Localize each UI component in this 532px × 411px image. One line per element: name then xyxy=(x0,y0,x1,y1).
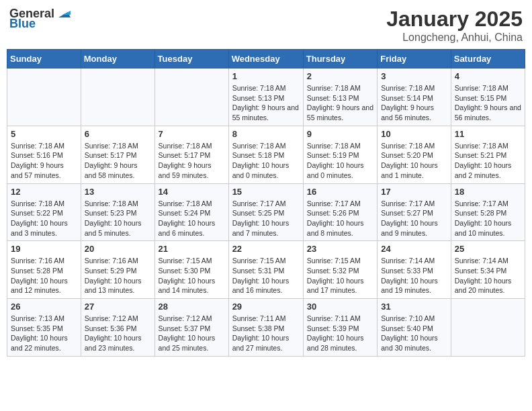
logo-blue-text: Blue xyxy=(9,17,36,31)
header-saturday: Saturday xyxy=(451,50,525,68)
header-sunday: Sunday xyxy=(7,50,81,68)
day-info: Sunrise: 7:18 AM Sunset: 5:22 PM Dayligh… xyxy=(11,199,77,238)
table-row: 22Sunrise: 7:15 AM Sunset: 5:31 PM Dayli… xyxy=(228,241,303,299)
table-row: 12Sunrise: 7:18 AM Sunset: 5:22 PM Dayli… xyxy=(7,183,81,241)
header-friday: Friday xyxy=(378,50,451,68)
day-info: Sunrise: 7:17 AM Sunset: 5:25 PM Dayligh… xyxy=(232,199,300,238)
day-number: 21 xyxy=(159,244,225,254)
table-row: 15Sunrise: 7:17 AM Sunset: 5:25 PM Dayli… xyxy=(228,183,303,241)
table-row: 20Sunrise: 7:16 AM Sunset: 5:29 PM Dayli… xyxy=(81,241,154,299)
table-row: 14Sunrise: 7:18 AM Sunset: 5:24 PM Dayli… xyxy=(154,183,228,241)
day-info: Sunrise: 7:15 AM Sunset: 5:32 PM Dayligh… xyxy=(307,256,373,295)
calendar-header-row: Sunday Monday Tuesday Wednesday Thursday… xyxy=(7,50,525,68)
table-row: 30Sunrise: 7:11 AM Sunset: 5:39 PM Dayli… xyxy=(303,299,377,357)
day-info: Sunrise: 7:18 AM Sunset: 5:20 PM Dayligh… xyxy=(381,141,447,181)
table-row: 17Sunrise: 7:17 AM Sunset: 5:27 PM Dayli… xyxy=(378,183,451,241)
day-number: 27 xyxy=(85,302,151,312)
day-number: 9 xyxy=(307,129,373,139)
day-number: 7 xyxy=(159,129,225,139)
day-number: 15 xyxy=(232,187,300,197)
day-info: Sunrise: 7:17 AM Sunset: 5:28 PM Dayligh… xyxy=(455,199,521,238)
day-number: 8 xyxy=(232,129,300,139)
day-info: Sunrise: 7:18 AM Sunset: 5:15 PM Dayligh… xyxy=(455,83,521,123)
day-info: Sunrise: 7:18 AM Sunset: 5:18 PM Dayligh… xyxy=(232,141,300,181)
day-info: Sunrise: 7:11 AM Sunset: 5:38 PM Dayligh… xyxy=(232,314,300,353)
calendar-week-row: 12Sunrise: 7:18 AM Sunset: 5:22 PM Dayli… xyxy=(7,183,525,241)
location-title: Longcheng, Anhui, China xyxy=(386,32,523,44)
page-header: General Blue January 2025 Longcheng, Anh… xyxy=(7,7,525,44)
calendar-week-row: 1Sunrise: 7:18 AM Sunset: 5:13 PM Daylig… xyxy=(7,68,525,126)
day-info: Sunrise: 7:17 AM Sunset: 5:26 PM Dayligh… xyxy=(307,199,373,238)
table-row: 19Sunrise: 7:16 AM Sunset: 5:28 PM Dayli… xyxy=(7,241,81,299)
table-row xyxy=(81,68,154,126)
day-number: 29 xyxy=(232,302,300,312)
table-row: 26Sunrise: 7:13 AM Sunset: 5:35 PM Dayli… xyxy=(7,299,81,357)
day-number: 18 xyxy=(455,187,521,197)
table-row xyxy=(154,68,228,126)
header-monday: Monday xyxy=(81,50,154,68)
day-info: Sunrise: 7:17 AM Sunset: 5:27 PM Dayligh… xyxy=(381,199,447,238)
table-row: 29Sunrise: 7:11 AM Sunset: 5:38 PM Dayli… xyxy=(228,299,303,357)
day-info: Sunrise: 7:10 AM Sunset: 5:40 PM Dayligh… xyxy=(381,314,447,353)
month-title: January 2025 xyxy=(386,7,523,32)
table-row: 1Sunrise: 7:18 AM Sunset: 5:13 PM Daylig… xyxy=(228,68,303,126)
day-info: Sunrise: 7:18 AM Sunset: 5:17 PM Dayligh… xyxy=(85,141,151,181)
table-row: 28Sunrise: 7:12 AM Sunset: 5:37 PM Dayli… xyxy=(154,299,228,357)
day-number: 13 xyxy=(85,187,151,197)
day-number: 11 xyxy=(455,129,521,139)
table-row: 9Sunrise: 7:18 AM Sunset: 5:19 PM Daylig… xyxy=(303,126,377,183)
day-number: 2 xyxy=(307,71,373,81)
table-row: 16Sunrise: 7:17 AM Sunset: 5:26 PM Dayli… xyxy=(303,183,377,241)
table-row: 18Sunrise: 7:17 AM Sunset: 5:28 PM Dayli… xyxy=(451,183,525,241)
table-row: 6Sunrise: 7:18 AM Sunset: 5:17 PM Daylig… xyxy=(81,126,154,183)
day-number: 25 xyxy=(455,244,521,254)
day-info: Sunrise: 7:15 AM Sunset: 5:31 PM Dayligh… xyxy=(232,256,300,295)
day-number: 10 xyxy=(381,129,447,139)
table-row xyxy=(451,299,525,357)
header-thursday: Thursday xyxy=(303,50,377,68)
day-number: 16 xyxy=(307,187,373,197)
day-info: Sunrise: 7:13 AM Sunset: 5:35 PM Dayligh… xyxy=(11,314,77,353)
day-number: 23 xyxy=(307,244,373,254)
day-info: Sunrise: 7:18 AM Sunset: 5:23 PM Dayligh… xyxy=(85,199,151,238)
table-row: 23Sunrise: 7:15 AM Sunset: 5:32 PM Dayli… xyxy=(303,241,377,299)
table-row: 5Sunrise: 7:18 AM Sunset: 5:16 PM Daylig… xyxy=(7,126,81,183)
day-number: 20 xyxy=(85,244,151,254)
day-info: Sunrise: 7:18 AM Sunset: 5:17 PM Dayligh… xyxy=(159,141,225,181)
header-tuesday: Tuesday xyxy=(154,50,228,68)
day-number: 28 xyxy=(159,302,225,312)
table-row: 31Sunrise: 7:10 AM Sunset: 5:40 PM Dayli… xyxy=(378,299,451,357)
day-number: 1 xyxy=(232,71,300,81)
table-row: 13Sunrise: 7:18 AM Sunset: 5:23 PM Dayli… xyxy=(81,183,154,241)
table-row: 27Sunrise: 7:12 AM Sunset: 5:36 PM Dayli… xyxy=(81,299,154,357)
logo: General Blue xyxy=(9,7,71,31)
table-row: 7Sunrise: 7:18 AM Sunset: 5:17 PM Daylig… xyxy=(154,126,228,183)
calendar-table: Sunday Monday Tuesday Wednesday Thursday… xyxy=(7,49,525,357)
day-number: 17 xyxy=(381,187,447,197)
day-info: Sunrise: 7:18 AM Sunset: 5:14 PM Dayligh… xyxy=(381,83,447,123)
svg-marker-1 xyxy=(62,11,71,15)
table-row: 24Sunrise: 7:14 AM Sunset: 5:33 PM Dayli… xyxy=(378,241,451,299)
day-info: Sunrise: 7:18 AM Sunset: 5:21 PM Dayligh… xyxy=(455,141,521,181)
day-info: Sunrise: 7:14 AM Sunset: 5:34 PM Dayligh… xyxy=(455,256,521,295)
table-row: 8Sunrise: 7:18 AM Sunset: 5:18 PM Daylig… xyxy=(228,126,303,183)
day-info: Sunrise: 7:18 AM Sunset: 5:19 PM Dayligh… xyxy=(307,141,373,181)
day-info: Sunrise: 7:14 AM Sunset: 5:33 PM Dayligh… xyxy=(381,256,447,295)
table-row: 11Sunrise: 7:18 AM Sunset: 5:21 PM Dayli… xyxy=(451,126,525,183)
day-info: Sunrise: 7:15 AM Sunset: 5:30 PM Dayligh… xyxy=(159,256,225,295)
day-info: Sunrise: 7:16 AM Sunset: 5:29 PM Dayligh… xyxy=(85,256,151,295)
logo-icon xyxy=(56,5,71,20)
day-number: 22 xyxy=(232,244,300,254)
table-row: 2Sunrise: 7:18 AM Sunset: 5:13 PM Daylig… xyxy=(303,68,377,126)
day-number: 19 xyxy=(11,244,77,254)
table-row: 21Sunrise: 7:15 AM Sunset: 5:30 PM Dayli… xyxy=(154,241,228,299)
table-row: 10Sunrise: 7:18 AM Sunset: 5:20 PM Dayli… xyxy=(378,126,451,183)
day-info: Sunrise: 7:12 AM Sunset: 5:37 PM Dayligh… xyxy=(159,314,225,353)
day-number: 26 xyxy=(11,302,77,312)
day-number: 31 xyxy=(381,302,447,312)
header-wednesday: Wednesday xyxy=(228,50,303,68)
calendar-week-row: 19Sunrise: 7:16 AM Sunset: 5:28 PM Dayli… xyxy=(7,241,525,299)
day-number: 5 xyxy=(11,129,77,139)
day-number: 3 xyxy=(381,71,447,81)
title-block: January 2025 Longcheng, Anhui, China xyxy=(386,7,523,44)
